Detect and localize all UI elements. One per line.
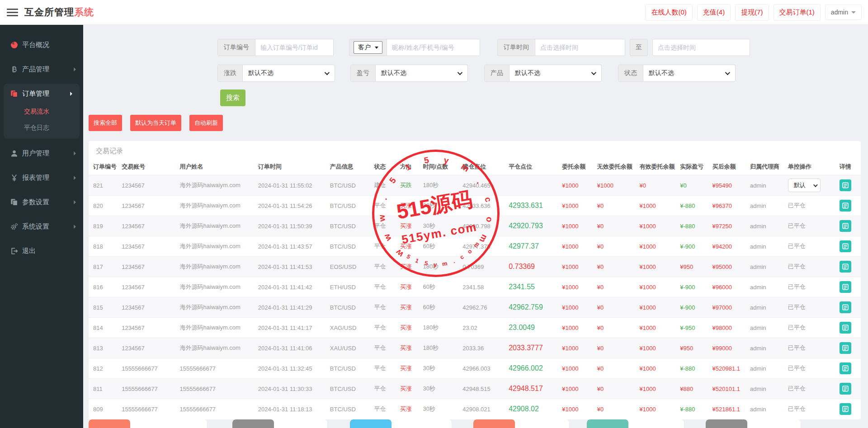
cell-id: 812	[89, 358, 117, 379]
row-detail-button[interactable]	[840, 200, 851, 212]
cell-id: 818	[89, 236, 117, 257]
stat-chip: 实际盈亏	[89, 419, 130, 428]
search-button[interactable]: 搜索	[220, 89, 245, 106]
row-detail-button[interactable]	[840, 179, 851, 191]
sidebar-item-报表管理[interactable]: 报表管理	[0, 168, 83, 188]
cell-id: 821	[89, 175, 117, 196]
sidebar-item-系统设置[interactable]: 系统设置	[0, 216, 83, 236]
cell-invalid: ¥0	[593, 318, 635, 338]
stat-value: ¥12000	[392, 419, 421, 428]
quick-button-2[interactable]: 自动刷新	[189, 115, 223, 131]
cell-control: 已平仓	[783, 297, 835, 318]
time-from-input[interactable]	[535, 39, 625, 56]
cell-after: ¥97250	[708, 216, 746, 236]
row-detail-button[interactable]	[840, 301, 851, 313]
row-detail-button[interactable]	[840, 281, 851, 293]
client-keyword-input[interactable]	[387, 39, 480, 56]
cell-name: 海外源码haiwaiym.com	[175, 236, 254, 257]
cell-time: 2024-01-31 11:54:26	[254, 196, 326, 216]
cell-profit: ¥-880	[675, 216, 708, 236]
filter-select-盈亏[interactable]: 盈亏默认不选	[350, 65, 468, 82]
stat-value: ¥0	[628, 419, 643, 428]
sidebar-subitem-平仓日志[interactable]: 平仓日志	[4, 120, 80, 136]
row-detail-button[interactable]	[840, 362, 851, 374]
cell-control: 已平仓	[783, 338, 835, 358]
cell-control: 已平仓	[783, 399, 835, 419]
filter-select-产品[interactable]: 产品默认不选	[484, 65, 602, 82]
sidebar-subitem-交易流水[interactable]: 交易流水	[4, 103, 80, 120]
cell-profit: ¥-900	[675, 297, 708, 318]
cell-duration: 60秒	[419, 236, 458, 257]
quick-button-0[interactable]: 搜索全部	[89, 115, 122, 131]
sidebar-item-参数设置[interactable]: 参数设置	[0, 192, 83, 212]
row-detail-button[interactable]	[840, 240, 851, 252]
row-detail-button[interactable]	[840, 383, 851, 395]
table-row-818: 8181234567海外源码haiwaiym.com2024-01-31 11:…	[89, 236, 861, 257]
cell-valid: ¥1000	[635, 399, 676, 419]
user-menu-button[interactable]: admin	[825, 5, 862, 20]
sidebar-item-用户管理[interactable]: 用户管理	[0, 143, 83, 163]
app-title: 互金所管理系统	[24, 6, 94, 19]
cell-name: 15555666677	[175, 399, 254, 419]
row-detail-button[interactable]	[840, 403, 851, 415]
chevron-right-icon	[70, 91, 73, 96]
topbar-badge-2[interactable]: 提现(7)	[735, 4, 769, 21]
topbar-badge-3[interactable]: 交易订单(1)	[774, 4, 821, 21]
cell-direction: 买涨	[396, 399, 419, 419]
search-row: 搜索	[217, 90, 868, 106]
sidebar-item-label: 产品管理	[22, 65, 49, 74]
cell-valid: ¥1000	[635, 318, 676, 338]
col-header-买后余额: 买后余额	[708, 159, 746, 175]
cell-duration: 60秒	[419, 297, 458, 318]
time-to-input[interactable]	[653, 39, 750, 56]
cell-profit: ¥-880	[675, 196, 708, 216]
sidebar-item-平台概况[interactable]: 平台概况	[0, 35, 83, 55]
cell-invalid: ¥0	[593, 379, 635, 399]
cell-valid: ¥1000	[635, 358, 676, 379]
cell-open: 42948.515	[458, 379, 504, 399]
cell-valid: ¥1000	[635, 379, 676, 399]
row-detail-button[interactable]	[840, 220, 851, 232]
order-no-input[interactable]	[255, 39, 333, 56]
cell-valid: ¥1000	[635, 277, 676, 297]
cell-after: ¥520101.1	[708, 379, 746, 399]
cell-open: 42920.798	[458, 216, 504, 236]
cell-close: 42948.517	[504, 379, 557, 399]
cell-invalid: ¥0	[593, 216, 635, 236]
row-detail-button[interactable]	[840, 322, 851, 334]
cell-entrust: ¥1000	[557, 196, 592, 216]
hamburger-menu-icon[interactable]	[0, 0, 24, 25]
cell-name: 海外源码haiwaiym.com	[175, 338, 254, 358]
cell-control: 默认	[783, 175, 835, 196]
cell-detail	[835, 277, 861, 297]
col-header-实际盈亏: 实际盈亏	[675, 159, 708, 175]
cell-agent: admin	[745, 216, 783, 236]
gear-icon	[10, 222, 18, 230]
cell-close: 42933.631	[504, 196, 557, 216]
cell-detail	[835, 338, 861, 358]
cell-time: 2024-01-31 11:18:13	[254, 399, 326, 419]
row-detail-button[interactable]	[840, 342, 851, 354]
client-type-select[interactable]: 客户	[354, 41, 382, 54]
sidebar-item-产品管理[interactable]: 产品管理	[0, 59, 83, 79]
sidebar-item-订单管理[interactable]: 订单管理	[4, 84, 80, 103]
topbar-badge-0[interactable]: 在线人数(0)	[645, 4, 692, 21]
cell-agent: admin	[745, 379, 783, 399]
cell-invalid: ¥0	[593, 277, 635, 297]
chevron-down-icon	[725, 70, 730, 75]
cell-valid: ¥1000	[635, 297, 676, 318]
cell-close: 42920.793	[504, 216, 557, 236]
cell-agent: admin	[745, 196, 783, 216]
cell-entrust: ¥1000	[557, 379, 592, 399]
row-control-select[interactable]: 默认	[788, 179, 821, 192]
stat-value: ¥0	[747, 419, 762, 428]
sidebar-item-退出[interactable]: 退出	[0, 241, 83, 261]
filter-select-涨跌[interactable]: 涨跌默认不选	[217, 65, 335, 82]
quick-button-1[interactable]: 默认为当天订单	[130, 115, 181, 131]
filter-row-1: 订单编号 客户 订单时间 至	[217, 39, 868, 56]
filter-select-状态[interactable]: 状态默认不选	[618, 65, 736, 82]
cell-name: 15555666677	[175, 358, 254, 379]
row-detail-button[interactable]	[840, 261, 851, 273]
cell-valid: ¥1000	[635, 257, 676, 277]
topbar-badge-1[interactable]: 充值(4)	[697, 4, 731, 21]
